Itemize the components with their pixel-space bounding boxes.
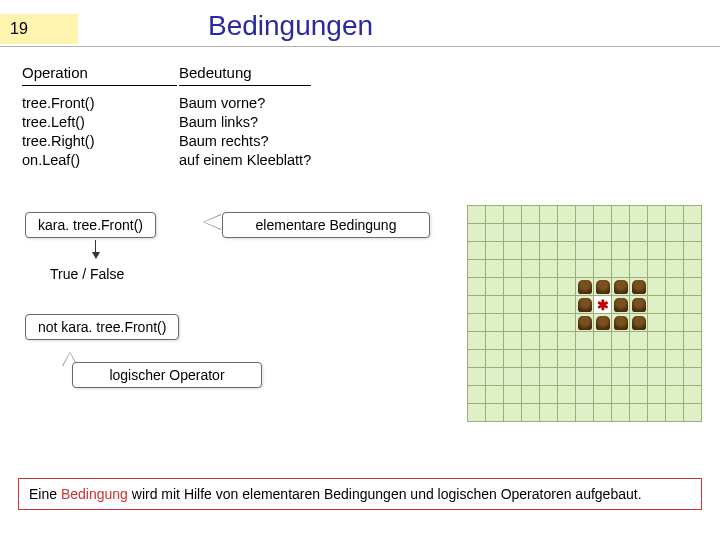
grid-cell xyxy=(576,278,594,296)
grid-cell xyxy=(648,206,666,224)
grid-cell xyxy=(684,224,702,242)
grid-cell xyxy=(594,350,612,368)
grid-cell xyxy=(666,206,684,224)
grid-cell xyxy=(666,278,684,296)
grid-cell xyxy=(576,314,594,332)
grid-cell xyxy=(486,332,504,350)
grid-cell xyxy=(684,350,702,368)
grid-cell xyxy=(576,368,594,386)
grid-cell xyxy=(540,404,558,422)
grid-cell xyxy=(540,224,558,242)
header-rule xyxy=(0,46,720,47)
grid-cell xyxy=(612,350,630,368)
grid-cell xyxy=(522,206,540,224)
grid-cell xyxy=(594,404,612,422)
grid-cell xyxy=(540,350,558,368)
grid-cell xyxy=(486,404,504,422)
grid-cell xyxy=(576,350,594,368)
grid-cell xyxy=(612,296,630,314)
grid-cell xyxy=(486,350,504,368)
grid-cell xyxy=(612,368,630,386)
grid-cell xyxy=(576,332,594,350)
grid-cell xyxy=(486,314,504,332)
grid-cell xyxy=(630,296,648,314)
ops-cell: tree.Front() tree.Left() tree.Right() on… xyxy=(22,88,177,169)
grid-cell xyxy=(630,314,648,332)
grid-cell xyxy=(486,242,504,260)
grid-cell xyxy=(522,260,540,278)
grid-cell xyxy=(558,386,576,404)
grid-cell xyxy=(666,260,684,278)
grid-cell xyxy=(594,386,612,404)
grid-cell xyxy=(504,368,522,386)
grid-cell xyxy=(540,296,558,314)
grid-cell xyxy=(468,350,486,368)
grid-cell xyxy=(558,296,576,314)
grid-cell xyxy=(648,386,666,404)
meanings-cell: Baum vorne? Baum links? Baum rechts? auf… xyxy=(179,88,311,169)
grid-cell xyxy=(504,296,522,314)
grid-cell xyxy=(576,386,594,404)
grid-cell xyxy=(558,278,576,296)
col-operation: Operation xyxy=(22,62,177,86)
footer-note: Eine Bedingung wird mit Hilfe von elemen… xyxy=(18,478,702,510)
grid-cell xyxy=(468,242,486,260)
grid-cell xyxy=(576,404,594,422)
grid-cell xyxy=(648,296,666,314)
meaning-row: Baum rechts? xyxy=(179,132,311,151)
grid-cell xyxy=(684,314,702,332)
grid-cell xyxy=(522,242,540,260)
grid-cell xyxy=(666,386,684,404)
grid-cell xyxy=(558,368,576,386)
grid-cell xyxy=(504,260,522,278)
grid-cell xyxy=(630,332,648,350)
grid-cell: ✱ xyxy=(594,296,612,314)
slide-number: 19 xyxy=(0,14,78,44)
op-row: tree.Left() xyxy=(22,113,177,132)
grid-cell xyxy=(468,224,486,242)
grid-cell xyxy=(504,386,522,404)
grid-cell xyxy=(540,314,558,332)
grid-cell xyxy=(504,206,522,224)
grid-cell xyxy=(594,332,612,350)
grid-cell xyxy=(468,278,486,296)
grid-cell xyxy=(666,242,684,260)
pointer-icon xyxy=(203,214,221,230)
grid-cell xyxy=(630,386,648,404)
grid-cell xyxy=(666,350,684,368)
grid-cell xyxy=(468,386,486,404)
grid-cell xyxy=(504,314,522,332)
grid-cell xyxy=(486,224,504,242)
grid-cell xyxy=(558,260,576,278)
grid-cell xyxy=(612,404,630,422)
grid-cell xyxy=(630,242,648,260)
meaning-row: Baum links? xyxy=(179,113,311,132)
grid-cell xyxy=(522,404,540,422)
grid-cell xyxy=(504,350,522,368)
grid-cell xyxy=(558,206,576,224)
grid-cell xyxy=(486,386,504,404)
grid-cell xyxy=(594,224,612,242)
chip-elementary: elementare Bedingung xyxy=(222,212,430,238)
grid-cell xyxy=(540,386,558,404)
grid-cell xyxy=(504,404,522,422)
grid-cell xyxy=(684,386,702,404)
grid-cell xyxy=(630,206,648,224)
grid-cell xyxy=(504,332,522,350)
grid-cell xyxy=(522,224,540,242)
grid-cell xyxy=(486,260,504,278)
grid-cell xyxy=(504,224,522,242)
grid-cell xyxy=(576,296,594,314)
grid-cell xyxy=(666,314,684,332)
op-row: tree.Right() xyxy=(22,132,177,151)
grid-cell xyxy=(666,224,684,242)
grid-cell xyxy=(630,278,648,296)
meaning-row: Baum vorne? xyxy=(179,94,311,113)
grid-cell xyxy=(468,368,486,386)
grid-cell xyxy=(648,332,666,350)
operations-table: Operation Bedeutung tree.Front() tree.Le… xyxy=(20,60,313,171)
grid-cell xyxy=(612,224,630,242)
grid-cell xyxy=(612,332,630,350)
grid-cell xyxy=(666,404,684,422)
grid-cell xyxy=(594,368,612,386)
